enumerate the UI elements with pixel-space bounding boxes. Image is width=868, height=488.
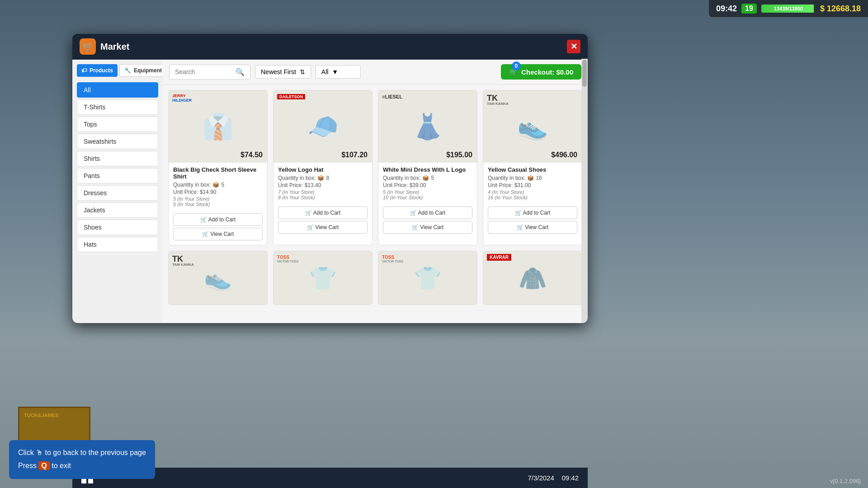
product-image-6: TOSS VICTOR TOSS 👕	[274, 251, 372, 305]
sidebar-item-hats[interactable]: Hats	[77, 237, 158, 252]
product-card-1: JERRYHILDIGER 👔 $74.50 Black Big Check S…	[168, 90, 268, 245]
product-price-1: $74.50	[241, 151, 263, 159]
product-card-3: ≡LIESEL 👗 $195.00 White Mini Dress With …	[378, 90, 477, 245]
product-qty-3: Quantity in box: 📦 5	[383, 175, 472, 181]
version-label: v[0.1.2.096]	[830, 478, 861, 484]
modal-title: Market	[100, 42, 129, 52]
tab-buttons: 🏷 Products 🔧 Equipment	[77, 64, 158, 77]
hud-level: 19	[741, 4, 757, 14]
product-image-1: JERRYHILDIGER 👔 $74.50	[169, 90, 267, 163]
sidebar: 🏷 Products 🔧 Equipment All T-Shirts Tops…	[72, 60, 163, 323]
brand-logo-1: JERRYHILDIGER	[172, 94, 192, 103]
brand-logo-8: KAVRAR	[487, 255, 511, 260]
scrollbar-track[interactable]	[581, 59, 588, 323]
sidebar-item-dresses[interactable]: Dresses	[77, 185, 158, 201]
scrollbar-thumb[interactable]	[582, 60, 587, 87]
product-name-2: Yellow Logo Hat	[278, 166, 368, 173]
filter-icon: ▼	[332, 68, 338, 75]
market-modal: 🛒 Market ✕ 🏷 Products 🔧 Equipment All T-…	[72, 34, 588, 323]
product-image-placeholder-4: 👟	[517, 112, 548, 141]
sidebar-item-jackets[interactable]: Jackets	[77, 202, 158, 218]
footer-date: 7/3/2024	[528, 474, 554, 482]
footer-time: 09:42	[561, 474, 579, 482]
brand-logo-5: TK TAM KANKA	[172, 255, 194, 267]
product-info-4: Yellow Casual Shoes Quantity in box: 📦 1…	[483, 163, 582, 204]
brand-logo-7: TOSS VICTOR TOSS	[382, 255, 403, 263]
tab-products[interactable]: 🏷 Products	[77, 64, 118, 77]
view-cart-button-3[interactable]: 🛒 View Cart	[383, 221, 472, 234]
product-unit-price-1: Unit Price: $14.90	[173, 189, 263, 195]
products-grid: JERRYHILDIGER 👔 $74.50 Black Big Check S…	[168, 90, 582, 305]
product-actions-4: 🛒 Add to Cart 🛒 View Cart	[483, 204, 582, 238]
sidebar-item-tshirts[interactable]: T-Shirts	[77, 99, 158, 115]
product-image-8: KAVRAR 🧥	[483, 251, 582, 305]
sidebar-item-shirts[interactable]: Shirts	[77, 151, 158, 166]
equipment-icon: 🔧	[124, 67, 131, 74]
brand-logo-3: ≡LIESEL	[382, 94, 402, 99]
modal-close-button[interactable]: ✕	[567, 40, 580, 53]
add-to-cart-button-2[interactable]: 🛒 Add to Cart	[278, 206, 368, 219]
product-price-3: $195.00	[446, 151, 472, 159]
search-input[interactable]	[175, 68, 233, 75]
sidebar-item-pants[interactable]: Pants	[77, 168, 158, 183]
product-actions-1: 🛒 Add to Cart 🛒 View Cart	[169, 211, 267, 245]
market-icon: 🛒	[80, 38, 96, 55]
brand-logo-6: TOSS VICTOR TOSS	[277, 255, 298, 263]
products-area: JERRYHILDIGER 👔 $74.50 Black Big Check S…	[163, 84, 588, 323]
product-price-4: $496.00	[551, 151, 577, 159]
product-actions-2: 🛒 Add to Cart 🛒 View Cart	[274, 204, 372, 238]
filter-dropdown[interactable]: All ▼	[316, 65, 361, 79]
view-cart-button-4[interactable]: 🛒 View Cart	[488, 221, 577, 234]
modal-body: 🏷 Products 🔧 Equipment All T-Shirts Tops…	[72, 60, 588, 323]
product-card-4: TK TAM KANKA 👟 $496.00 Yellow Casual Sho…	[483, 90, 582, 245]
search-box[interactable]: 🔍	[169, 65, 250, 80]
modal-titlebar: 🛒 Market ✕	[72, 34, 588, 60]
sort-dropdown[interactable]: Newest First ⇅	[255, 65, 311, 79]
checkout-label: Checkout: $0.00	[521, 68, 573, 76]
product-store-info-2: 7 (In Your Store) 8 (In Your Stock)	[278, 189, 368, 200]
product-image-3: ≡LIESEL 👗 $195.00	[378, 90, 477, 163]
add-to-cart-button-4[interactable]: 🛒 Add to Cart	[488, 206, 577, 219]
hud-money: $ 12668.18	[820, 4, 861, 14]
product-card-2: DAILETSON 🧢 $107.20 Yellow Logo Hat Quan…	[273, 90, 373, 245]
add-to-cart-button-3[interactable]: 🛒 Add to Cart	[383, 206, 472, 219]
product-unit-price-2: Unit Price: $13.40	[278, 182, 368, 188]
hud-time: 09:42	[716, 4, 737, 14]
product-qty-4: Quantity in box: 📦 16	[488, 175, 577, 181]
product-unit-price-3: Unit Price: $39.00	[383, 182, 472, 188]
product-card-7: TOSS VICTOR TOSS 👕	[378, 251, 477, 305]
product-image-5: TK TAM KANKA 👟	[169, 251, 267, 305]
sort-icon: ⇅	[300, 68, 305, 75]
view-cart-button-2[interactable]: 🛒 View Cart	[278, 221, 368, 234]
add-to-cart-button-1[interactable]: 🛒 Add to Cart	[173, 213, 263, 226]
view-cart-button-1[interactable]: 🛒 View Cart	[173, 228, 263, 240]
product-info-2: Yellow Logo Hat Quantity in box: 📦 8 Uni…	[274, 163, 372, 204]
product-image-placeholder-2: 🧢	[307, 112, 339, 141]
product-store-info-4: 4 (In Your Store) 16 (In Your Stock)	[488, 189, 577, 200]
product-image-placeholder-6: 👕	[309, 265, 337, 291]
product-store-info-3: 5 (In Your Store) 10 (In Your Stock)	[383, 189, 472, 200]
product-info-3: White Mini Dress With L Logo Quantity in…	[378, 163, 477, 204]
product-image-placeholder-1: 👔	[203, 112, 234, 141]
cart-badge: 0	[512, 61, 521, 70]
product-name-3: White Mini Dress With L Logo	[383, 166, 472, 173]
sidebar-item-all[interactable]: All	[77, 82, 158, 98]
product-qty-1: Quantity in box: 📦 5	[173, 182, 263, 188]
product-name-4: Yellow Casual Shoes	[488, 166, 577, 173]
filter-label: All	[321, 68, 329, 75]
tab-equipment[interactable]: 🔧 Equipment	[119, 64, 163, 77]
product-card-5: TK TAM KANKA 👟	[168, 251, 268, 305]
sidebar-item-sweatshirts[interactable]: Sweatshirts	[77, 134, 158, 149]
product-store-info-1: 5 (In Your Store) 5 (In Your Stock)	[173, 196, 263, 207]
tip-line-2: Press Q to exit	[18, 460, 146, 473]
hud-xp-bar: 13439/13800	[761, 5, 816, 13]
sort-label: Newest First	[261, 68, 296, 75]
checkout-button[interactable]: 0 🛒 Checkout: $0.00	[501, 64, 581, 80]
search-icon: 🔍	[236, 68, 245, 76]
brand-logo-2: DAILETSON	[277, 94, 305, 99]
sidebar-item-tops[interactable]: Tops	[77, 117, 158, 132]
products-icon: 🏷	[81, 67, 87, 74]
sidebar-item-shoes[interactable]: Shoes	[77, 220, 158, 235]
main-content: 🔍 Newest First ⇅ All ▼ 0 🛒 Checkout: $0.…	[163, 60, 588, 323]
hud-xp-text: 13439/13800	[761, 5, 816, 13]
